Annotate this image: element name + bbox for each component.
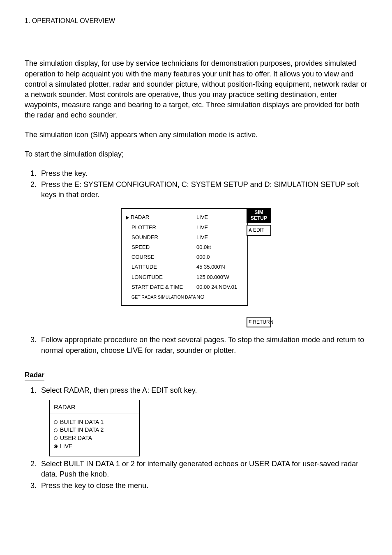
sim-value-sounder: LIVE (196, 234, 243, 241)
radar-opt-userdata[interactable]: USER DATA (54, 434, 135, 442)
sim-menu-panel: RADAR LIVE PLOTTER LIVE SOUNDER LIVE SPE… (121, 208, 248, 306)
sim-value-speed: 00.0kt (196, 244, 243, 251)
radar-box-body: BUILT IN DATA 1 BUILT IN DATA 2 USER DAT… (50, 414, 139, 456)
step-1: Press the key. (39, 168, 367, 179)
sim-row-longitude: LONGITUDE 125 00.000'W (126, 272, 243, 282)
sim-row-latitude: LATITUDE 45 35.000'N (126, 262, 243, 272)
radio-open-icon (54, 436, 58, 440)
softkey-e-return[interactable]: E RETURN (247, 317, 271, 328)
radar-step-2-b: knob. (91, 470, 109, 478)
radar-step-2-a: Select BUILT IN DATA 1 or 2 for internal… (41, 460, 358, 478)
softkey-a-label: EDIT (253, 227, 264, 234)
sim-value-getradar: NO (196, 293, 243, 301)
page-header: 1. OPERATIONAL OVERVIEW (25, 16, 367, 25)
step-2: Press the E: SYSTEM CONFIGURATION, C: SY… (39, 180, 367, 200)
radar-opt-userdata-label: USER DATA (60, 434, 92, 442)
step-1-text-b: key. (74, 169, 88, 177)
sim-label-getradar: GET RADAR SIMULATION DATA (131, 294, 196, 300)
radar-step-2: Select BUILT IN DATA 1 or 2 for internal… (39, 459, 367, 479)
sim-label-plotter: PLOTTER (131, 224, 156, 231)
radar-options-box: RADAR BUILT IN DATA 1 BUILT IN DATA 2 US… (49, 400, 140, 456)
radar-step-1: Select RADAR, then press the A: EDIT sof… (39, 385, 367, 396)
softkey-heading-1: SIM (254, 210, 263, 215)
softkey-heading-2: SETUP (251, 216, 267, 221)
softkey-a-letter: A (249, 227, 252, 233)
sim-row-course: COURSE 000.0 (126, 252, 243, 262)
sim-row-speed: SPEED 00.0kt (126, 242, 243, 252)
sim-label-latitude: LATITUDE (131, 263, 157, 271)
sim-value-plotter: LIVE (196, 224, 243, 231)
radar-box-container: RADAR BUILT IN DATA 1 BUILT IN DATA 2 US… (25, 400, 367, 456)
sim-row-startdate: START DATE & TIME 00:00 24.NOV.01 (126, 282, 243, 292)
sim-value-radar: LIVE (196, 214, 243, 221)
sim-value-longitude: 125 00.000'W (196, 274, 243, 281)
sim-value-course: 000.0 (196, 253, 243, 261)
icon-note: The simulation icon (SIM) appears when a… (25, 130, 367, 140)
sim-menu-container: RADAR LIVE PLOTTER LIVE SOUNDER LIVE SPE… (25, 208, 367, 327)
radar-opt-builtin2-label: BUILT IN DATA 2 (60, 426, 104, 434)
softkey-e-label: RETURN (253, 319, 273, 326)
sim-value-latitude: 45 35.000'N (196, 263, 243, 271)
radar-section-heading: Radar (25, 370, 44, 380)
sim-label-course: COURSE (131, 253, 154, 261)
sim-row-getradar: GET RADAR SIMULATION DATA NO (126, 292, 243, 302)
sim-label-radar: RADAR (131, 214, 150, 221)
start-note: To start the simulation display; (25, 149, 367, 159)
radio-filled-icon (54, 444, 58, 448)
softkey-e-letter: E (249, 319, 251, 325)
radar-opt-builtin2[interactable]: BUILT IN DATA 2 (54, 426, 135, 434)
selection-marker-icon (126, 216, 129, 220)
sim-softkeys-panel: SIM SETUP A EDIT E RETURN (247, 208, 271, 327)
step-1-text-a: Press the (41, 169, 74, 177)
radar-steps-list-a: Select RADAR, then press the A: EDIT sof… (25, 385, 367, 396)
sim-menu: RADAR LIVE PLOTTER LIVE SOUNDER LIVE SPE… (121, 208, 271, 327)
radar-opt-live[interactable]: LIVE (54, 442, 135, 451)
sim-row-radar: RADAR LIVE (126, 212, 243, 222)
radar-steps-list-b: Select BUILT IN DATA 1 or 2 for internal… (25, 459, 367, 491)
intro-paragraph: The simulation display, for use by servi… (25, 58, 367, 120)
sim-label-startdate: START DATE & TIME (131, 283, 183, 291)
sim-row-sounder: SOUNDER LIVE (126, 233, 243, 242)
radar-step-3-a: Press the (41, 481, 74, 490)
sim-label-sounder: SOUNDER (131, 234, 158, 241)
steps-list-b: Follow appropriate procedure on the next… (25, 335, 367, 355)
sim-label-longitude: LONGITUDE (131, 274, 163, 281)
sim-row-plotter: PLOTTER LIVE (126, 223, 243, 233)
steps-list-a: Press the key. Press the E: SYSTEM CONFI… (25, 168, 367, 200)
radar-box-title: RADAR (50, 400, 139, 414)
softkey-a-edit[interactable]: A EDIT (247, 225, 271, 236)
sim-label-speed: SPEED (131, 244, 150, 251)
radio-open-icon (54, 420, 58, 424)
sim-value-startdate: 00:00 24.NOV.01 (196, 283, 243, 291)
softkey-heading: SIM SETUP (247, 208, 271, 223)
radar-step-3: Press the key to close the menu. (39, 481, 367, 491)
radar-opt-live-label: LIVE (60, 442, 72, 451)
step-3: Follow appropriate procedure on the next… (39, 335, 367, 355)
radar-opt-builtin1[interactable]: BUILT IN DATA 1 (54, 418, 135, 426)
radar-opt-builtin1-label: BUILT IN DATA 1 (60, 418, 104, 426)
radio-open-icon (54, 428, 58, 432)
radar-step-3-b: key to close the menu. (74, 481, 148, 490)
